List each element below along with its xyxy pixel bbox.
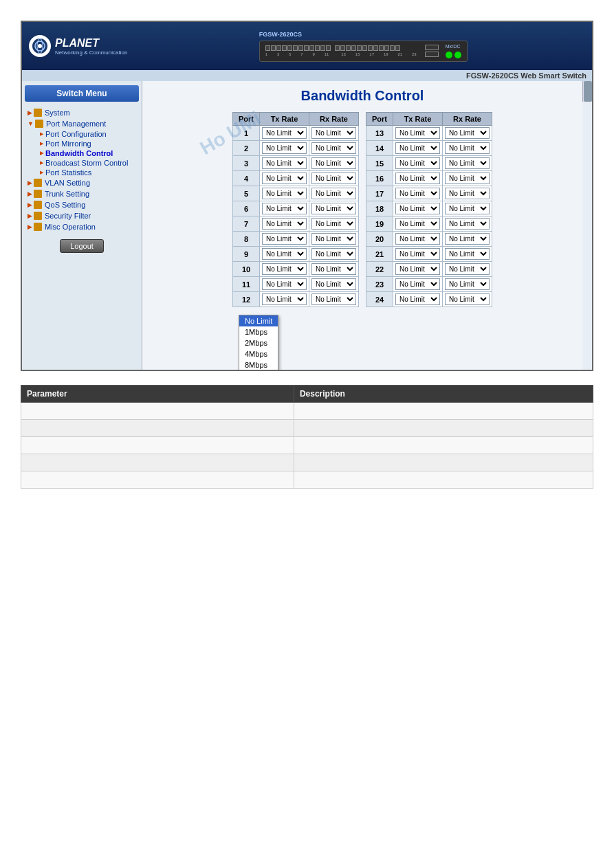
tx-select-8[interactable]: No Limit1Mbps2Mbps4Mbps8Mbps16Mbps32Mbps… (262, 233, 307, 245)
scrollbar-thumb[interactable] (584, 81, 592, 102)
tx-select-20[interactable]: No Limit1Mbps2Mbps4Mbps8Mbps16Mbps32Mbps… (395, 233, 440, 245)
rx-cell-4[interactable]: No Limit1Mbps2Mbps4Mbps8Mbps16Mbps32Mbps… (309, 171, 359, 186)
rx-cell-12[interactable]: No Limit1Mbps2Mbps4Mbps8Mbps16Mbps32Mbps… (309, 292, 359, 307)
tx-cell-24[interactable]: No Limit1Mbps2Mbps4Mbps8Mbps16Mbps32Mbps… (393, 292, 443, 307)
rx-cell-3[interactable]: No Limit1Mbps2Mbps4Mbps8Mbps16Mbps32Mbps… (309, 156, 359, 171)
tx-cell-5[interactable]: No Limit1Mbps2Mbps4Mbps8Mbps16Mbps32Mbps… (260, 186, 309, 201)
tx-cell-21[interactable]: No Limit1Mbps2Mbps4Mbps8Mbps16Mbps32Mbps… (393, 247, 443, 262)
rx-select-24[interactable]: No Limit1Mbps2Mbps4Mbps8Mbps16Mbps32Mbps… (445, 293, 490, 305)
tx-cell-4[interactable]: No Limit1Mbps2Mbps4Mbps8Mbps16Mbps32Mbps… (260, 171, 309, 186)
tx-cell-18[interactable]: No Limit1Mbps2Mbps4Mbps8Mbps16Mbps32Mbps… (393, 201, 443, 216)
tx-cell-7[interactable]: No Limit1Mbps2Mbps4Mbps8Mbps16Mbps32Mbps… (260, 216, 309, 232)
tx-cell-19[interactable]: No Limit1Mbps2Mbps4Mbps8Mbps16Mbps32Mbps… (393, 216, 443, 232)
tx-cell-12[interactable]: No Limit1Mbps2Mbps4Mbps8Mbps16Mbps32Mbps… (260, 292, 309, 307)
tx-select-5[interactable]: No Limit1Mbps2Mbps4Mbps8Mbps16Mbps32Mbps… (262, 188, 307, 199)
rx-cell-6[interactable]: No Limit1Mbps2Mbps4Mbps8Mbps16Mbps32Mbps… (309, 201, 359, 216)
tx-cell-14[interactable]: No Limit1Mbps2Mbps4Mbps8Mbps16Mbps32Mbps… (393, 141, 443, 156)
tx-select-6[interactable]: No Limit1Mbps2Mbps4Mbps8Mbps16Mbps32Mbps… (262, 203, 307, 214)
tx-select-17[interactable]: No Limit1Mbps2Mbps4Mbps8Mbps16Mbps32Mbps… (395, 188, 440, 199)
sidebar-item-port-config[interactable]: Port Configuration (39, 129, 139, 139)
tx-cell-17[interactable]: No Limit1Mbps2Mbps4Mbps8Mbps16Mbps32Mbps… (393, 186, 443, 201)
scrollbar[interactable] (582, 81, 592, 102)
rx-cell-22[interactable]: No Limit1Mbps2Mbps4Mbps8Mbps16Mbps32Mbps… (443, 262, 492, 277)
tx-cell-11[interactable]: No Limit1Mbps2Mbps4Mbps8Mbps16Mbps32Mbps… (260, 277, 309, 292)
sidebar-item-vlan[interactable]: ▶ VLAN Setting (25, 177, 139, 188)
tx-cell-8[interactable]: No Limit1Mbps2Mbps4Mbps8Mbps16Mbps32Mbps… (260, 232, 309, 247)
tx-select-24[interactable]: No Limit1Mbps2Mbps4Mbps8Mbps16Mbps32Mbps… (395, 293, 440, 305)
rx-select-23[interactable]: No Limit1Mbps2Mbps4Mbps8Mbps16Mbps32Mbps… (445, 278, 490, 290)
tx-select-14[interactable]: No Limit1Mbps2Mbps4Mbps8Mbps16Mbps32Mbps… (395, 142, 440, 154)
rx-cell-14[interactable]: No Limit1Mbps2Mbps4Mbps8Mbps16Mbps32Mbps… (443, 141, 492, 156)
rx-select-21[interactable]: No Limit1Mbps2Mbps4Mbps8Mbps16Mbps32Mbps… (445, 248, 490, 260)
tx-select-18[interactable]: No Limit1Mbps2Mbps4Mbps8Mbps16Mbps32Mbps… (395, 203, 440, 214)
sidebar-item-port-mgmt[interactable]: ▼ Port Management (25, 118, 139, 129)
rx-select-17[interactable]: No Limit1Mbps2Mbps4Mbps8Mbps16Mbps32Mbps… (445, 188, 490, 199)
rx-select-14[interactable]: No Limit1Mbps2Mbps4Mbps8Mbps16Mbps32Mbps… (445, 142, 490, 154)
rx-select-1[interactable]: No Limit1Mbps2Mbps4Mbps8Mbps16Mbps32Mbps… (311, 127, 356, 139)
rx-cell-24[interactable]: No Limit1Mbps2Mbps4Mbps8Mbps16Mbps32Mbps… (443, 292, 492, 307)
tx-select-12[interactable]: No Limit1Mbps2Mbps4Mbps8Mbps16Mbps32Mbps… (262, 293, 307, 305)
sidebar-item-port-mirror[interactable]: Port Mirroring (39, 139, 139, 148)
tx-select-21[interactable]: No Limit1Mbps2Mbps4Mbps8Mbps16Mbps32Mbps… (395, 248, 440, 260)
tx-cell-15[interactable]: No Limit1Mbps2Mbps4Mbps8Mbps16Mbps32Mbps… (393, 156, 443, 171)
rx-cell-5[interactable]: No Limit1Mbps2Mbps4Mbps8Mbps16Mbps32Mbps… (309, 186, 359, 201)
sidebar-item-port-stats[interactable]: Port Statistics (39, 168, 139, 177)
rx-select-10[interactable]: No Limit1Mbps2Mbps4Mbps8Mbps16Mbps32Mbps… (311, 263, 356, 275)
tx-cell-13[interactable]: No Limit1Mbps2Mbps4Mbps8Mbps16Mbps32Mbps… (393, 126, 443, 141)
tx-select-1[interactable]: No Limit1Mbps2Mbps4Mbps8Mbps16Mbps32Mbps… (262, 127, 307, 139)
sidebar-item-broadcast[interactable]: Broadcast Storm Control (39, 158, 139, 168)
tx-select-23[interactable]: No Limit1Mbps2Mbps4Mbps8Mbps16Mbps32Mbps… (395, 278, 440, 290)
rx-cell-11[interactable]: No Limit1Mbps2Mbps4Mbps8Mbps16Mbps32Mbps… (309, 277, 359, 292)
rx-select-19[interactable]: No Limit1Mbps2Mbps4Mbps8Mbps16Mbps32Mbps… (445, 218, 490, 230)
tx-select-3[interactable]: No Limit1Mbps2Mbps4Mbps8Mbps16Mbps32Mbps… (262, 157, 307, 169)
tx-cell-9[interactable]: No Limit1Mbps2Mbps4Mbps8Mbps16Mbps32Mbps… (260, 247, 309, 262)
rx-select-6[interactable]: No Limit1Mbps2Mbps4Mbps8Mbps16Mbps32Mbps… (311, 203, 356, 214)
rx-cell-13[interactable]: No Limit1Mbps2Mbps4Mbps8Mbps16Mbps32Mbps… (443, 126, 492, 141)
tx-cell-6[interactable]: No Limit1Mbps2Mbps4Mbps8Mbps16Mbps32Mbps… (260, 201, 309, 216)
tx-select-4[interactable]: No Limit1Mbps2Mbps4Mbps8Mbps16Mbps32Mbps… (262, 173, 307, 184)
rx-select-9[interactable]: No Limit1Mbps2Mbps4Mbps8Mbps16Mbps32Mbps… (311, 248, 356, 260)
dropdown-option-4mbps[interactable]: 4Mbps (239, 348, 278, 359)
tx-select-7[interactable]: No Limit1Mbps2Mbps4Mbps8Mbps16Mbps32Mbps… (262, 218, 307, 230)
rx-select-12[interactable]: No Limit1Mbps2Mbps4Mbps8Mbps16Mbps32Mbps… (311, 293, 356, 305)
tx-select-22[interactable]: No Limit1Mbps2Mbps4Mbps8Mbps16Mbps32Mbps… (395, 263, 440, 275)
rx-cell-15[interactable]: No Limit1Mbps2Mbps4Mbps8Mbps16Mbps32Mbps… (443, 156, 492, 171)
tx-select-11[interactable]: No Limit1Mbps2Mbps4Mbps8Mbps16Mbps32Mbps… (262, 278, 307, 290)
sidebar-item-qos[interactable]: ▶ QoS Setting (25, 199, 139, 210)
rx-select-18[interactable]: No Limit1Mbps2Mbps4Mbps8Mbps16Mbps32Mbps… (445, 203, 490, 214)
tx-cell-3[interactable]: No Limit1Mbps2Mbps4Mbps8Mbps16Mbps32Mbps… (260, 156, 309, 171)
tx-cell-10[interactable]: No Limit1Mbps2Mbps4Mbps8Mbps16Mbps32Mbps… (260, 262, 309, 277)
dropdown-option-nolimit[interactable]: No Limit (239, 315, 278, 326)
rx-select-22[interactable]: No Limit1Mbps2Mbps4Mbps8Mbps16Mbps32Mbps… (445, 263, 490, 275)
rx-cell-9[interactable]: No Limit1Mbps2Mbps4Mbps8Mbps16Mbps32Mbps… (309, 247, 359, 262)
tx-select-13[interactable]: No Limit1Mbps2Mbps4Mbps8Mbps16Mbps32Mbps… (395, 127, 440, 139)
tx-select-19[interactable]: No Limit1Mbps2Mbps4Mbps8Mbps16Mbps32Mbps… (395, 218, 440, 230)
tx-cell-1[interactable]: No Limit1Mbps2Mbps4Mbps8Mbps16Mbps32Mbps… (260, 126, 309, 141)
rx-select-2[interactable]: No Limit1Mbps2Mbps4Mbps8Mbps16Mbps32Mbps… (311, 142, 356, 154)
rx-select-5[interactable]: No Limit1Mbps2Mbps4Mbps8Mbps16Mbps32Mbps… (311, 188, 356, 199)
rx-cell-20[interactable]: No Limit1Mbps2Mbps4Mbps8Mbps16Mbps32Mbps… (443, 232, 492, 247)
rx-select-7[interactable]: No Limit1Mbps2Mbps4Mbps8Mbps16Mbps32Mbps… (311, 218, 356, 230)
rx-cell-16[interactable]: No Limit1Mbps2Mbps4Mbps8Mbps16Mbps32Mbps… (443, 171, 492, 186)
rx-cell-17[interactable]: No Limit1Mbps2Mbps4Mbps8Mbps16Mbps32Mbps… (443, 186, 492, 201)
sidebar-item-trunk[interactable]: ▶ Trunk Setting (25, 188, 139, 199)
rx-select-13[interactable]: No Limit1Mbps2Mbps4Mbps8Mbps16Mbps32Mbps… (445, 127, 490, 139)
logout-button[interactable]: Logout (60, 239, 104, 253)
rx-select-8[interactable]: No Limit1Mbps2Mbps4Mbps8Mbps16Mbps32Mbps… (311, 233, 356, 245)
rx-cell-1[interactable]: No Limit1Mbps2Mbps4Mbps8Mbps16Mbps32Mbps… (309, 126, 359, 141)
rx-select-15[interactable]: No Limit1Mbps2Mbps4Mbps8Mbps16Mbps32Mbps… (445, 157, 490, 169)
tx-select-2[interactable]: No Limit1Mbps2Mbps4Mbps8Mbps16Mbps32Mbps… (262, 142, 307, 154)
tx-select-10[interactable]: No Limit1Mbps2Mbps4Mbps8Mbps16Mbps32Mbps… (262, 263, 307, 275)
rx-cell-19[interactable]: No Limit1Mbps2Mbps4Mbps8Mbps16Mbps32Mbps… (443, 216, 492, 232)
sidebar-item-security[interactable]: ▶ Security Filter (25, 210, 139, 221)
rx-select-3[interactable]: No Limit1Mbps2Mbps4Mbps8Mbps16Mbps32Mbps… (311, 157, 356, 169)
rx-cell-8[interactable]: No Limit1Mbps2Mbps4Mbps8Mbps16Mbps32Mbps… (309, 232, 359, 247)
rx-select-20[interactable]: No Limit1Mbps2Mbps4Mbps8Mbps16Mbps32Mbps… (445, 233, 490, 245)
sidebar-item-misc[interactable]: ▶ Misc Operation (25, 221, 139, 232)
tx-select-15[interactable]: No Limit1Mbps2Mbps4Mbps8Mbps16Mbps32Mbps… (395, 157, 440, 169)
rx-select-16[interactable]: No Limit1Mbps2Mbps4Mbps8Mbps16Mbps32Mbps… (445, 173, 490, 184)
sidebar-item-system[interactable]: ▶ System (25, 107, 139, 118)
dropdown-option-8mbps[interactable]: 8Mbps (239, 359, 278, 370)
tx-cell-2[interactable]: No Limit1Mbps2Mbps4Mbps8Mbps16Mbps32Mbps… (260, 141, 309, 156)
rx-cell-21[interactable]: No Limit1Mbps2Mbps4Mbps8Mbps16Mbps32Mbps… (443, 247, 492, 262)
